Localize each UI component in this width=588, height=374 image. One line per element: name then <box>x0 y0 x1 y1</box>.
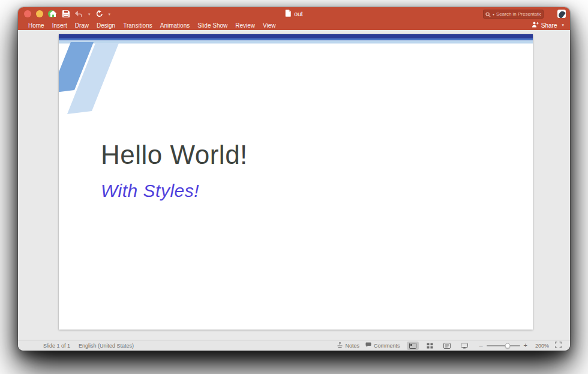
tab-transitions[interactable]: Transitions <box>123 22 152 29</box>
redo-icon[interactable] <box>96 10 103 17</box>
ribbon-tab-row: Home Insert Draw Design Transitions Anim… <box>18 20 570 30</box>
tab-insert[interactable]: Insert <box>52 22 67 29</box>
view-switcher <box>407 342 470 350</box>
zoom-slider[interactable] <box>487 345 520 346</box>
tab-slide-show[interactable]: Slide Show <box>197 22 227 29</box>
undo-dropdown-icon[interactable]: ▾ <box>88 12 91 16</box>
search-scope-chevron-icon: ▾ <box>493 13 494 16</box>
tab-design[interactable]: Design <box>97 22 115 29</box>
normal-view-button[interactable] <box>407 342 419 350</box>
slide-sorter-view-button[interactable] <box>424 342 436 350</box>
zoom-in-button[interactable]: + <box>524 342 527 349</box>
tab-animations[interactable]: Animations <box>160 22 190 29</box>
slide-title-text[interactable]: Hello World! <box>101 140 248 170</box>
close-button[interactable] <box>24 10 31 17</box>
tab-review[interactable]: Review <box>235 22 255 29</box>
customize-toolbar-icon[interactable]: ▾ <box>109 12 111 16</box>
slide-subtitle-text[interactable]: With Styles! <box>101 181 199 201</box>
document-title-area: out <box>285 7 303 20</box>
notes-label: Notes <box>345 343 359 349</box>
powerpoint-window: ▾ ▾ out ▾ Search in Presentation <box>18 7 570 351</box>
language-indicator[interactable]: English (United States) <box>79 343 134 349</box>
share-label: Share <box>541 22 557 29</box>
share-chevron-icon: ▾ <box>562 23 564 28</box>
share-person-icon <box>532 22 539 29</box>
reading-view-button[interactable] <box>441 342 453 350</box>
tab-view[interactable]: View <box>263 22 276 29</box>
account-avatar-icon[interactable] <box>557 10 566 18</box>
comments-label: Comments <box>374 343 400 349</box>
tab-home[interactable]: Home <box>28 22 44 29</box>
search-placeholder: Search in Presentation <box>496 11 541 17</box>
zoom-percentage[interactable]: 200% <box>533 343 549 349</box>
notes-button[interactable]: Notes <box>337 342 359 349</box>
search-input[interactable]: ▾ Search in Presentation <box>483 10 544 19</box>
fit-slide-to-window-button[interactable] <box>555 342 562 349</box>
document-proxy-icon[interactable] <box>285 10 291 18</box>
slide-counter: Slide 1 of 1 <box>43 343 70 349</box>
search-icon <box>485 9 491 20</box>
titlebar: ▾ ▾ out ▾ Search in Presentation <box>18 7 570 20</box>
notes-icon <box>337 342 343 349</box>
comments-button[interactable]: Comments <box>365 342 400 349</box>
slide-show-view-button[interactable] <box>458 342 470 350</box>
quick-access-toolbar: ▾ ▾ <box>49 7 110 20</box>
comments-icon <box>365 342 371 349</box>
home-icon[interactable] <box>49 10 57 17</box>
zoom-out-button[interactable]: – <box>479 342 482 349</box>
undo-icon[interactable] <box>75 11 83 17</box>
desktop-background: ▾ ▾ out ▾ Search in Presentation <box>0 0 588 374</box>
zoom-slider-thumb[interactable] <box>505 343 511 348</box>
slide-workspace: Hello World! With Styles! <box>18 30 570 340</box>
status-bar: Slide 1 of 1 English (United States) Not… <box>18 340 570 351</box>
document-title: out <box>294 10 303 17</box>
minimize-button[interactable] <box>36 10 43 17</box>
slide-canvas[interactable]: Hello World! With Styles! <box>59 34 533 330</box>
share-button[interactable]: Share ▾ <box>532 20 564 30</box>
save-icon[interactable] <box>62 10 70 17</box>
tab-draw[interactable]: Draw <box>75 22 89 29</box>
zoom-control: – + <box>479 342 527 349</box>
